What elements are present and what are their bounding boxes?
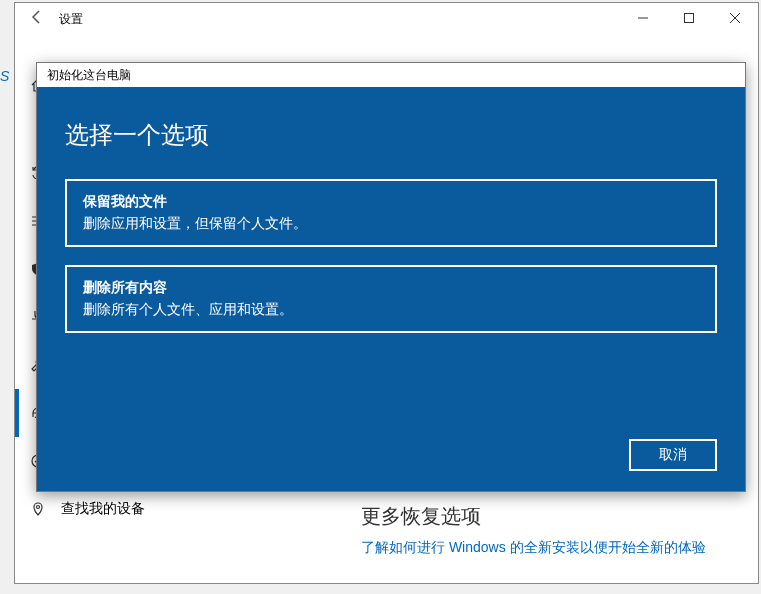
minimize-button[interactable] — [620, 3, 666, 33]
reset-pc-dialog: 初始化这台电脑 选择一个选项 保留我的文件 删除应用和设置，但保留个人文件。 删… — [36, 62, 746, 492]
fresh-install-link[interactable]: 了解如何进行 Windows 的全新安装以便开始全新的体验 — [361, 539, 706, 557]
sidebar-item-find-device[interactable]: 查找我的设备 — [15, 485, 337, 533]
option-desc: 删除应用和设置，但保留个人文件。 — [83, 215, 699, 233]
dialog-heading: 选择一个选项 — [65, 119, 717, 151]
titlebar: 设置 — [15, 3, 758, 35]
more-recovery-heading: 更多恢复选项 — [361, 503, 481, 530]
dialog-title: 初始化这台电脑 — [47, 67, 131, 84]
option-title: 删除所有内容 — [83, 279, 699, 297]
cancel-label: 取消 — [659, 446, 687, 464]
option-keep-files[interactable]: 保留我的文件 删除应用和设置，但保留个人文件。 — [65, 179, 717, 247]
location-icon — [29, 500, 47, 518]
svg-rect-1 — [685, 14, 694, 23]
sidebar-item-label: 查找我的设备 — [61, 500, 145, 518]
option-desc: 删除所有个人文件、应用和设置。 — [83, 301, 699, 319]
window-title: 设置 — [59, 11, 83, 28]
dialog-body: 选择一个选项 保留我的文件 删除应用和设置，但保留个人文件。 删除所有内容 删除… — [37, 87, 745, 491]
option-title: 保留我的文件 — [83, 193, 699, 211]
dialog-titlebar: 初始化这台电脑 — [37, 63, 745, 87]
option-remove-everything[interactable]: 删除所有内容 删除所有个人文件、应用和设置。 — [65, 265, 717, 333]
cancel-button[interactable]: 取消 — [629, 439, 717, 471]
back-button[interactable] — [15, 9, 59, 30]
close-button[interactable] — [712, 3, 758, 33]
svg-point-5 — [37, 506, 40, 509]
maximize-button[interactable] — [666, 3, 712, 33]
window-controls — [620, 3, 758, 33]
background-fragment: S — [0, 68, 14, 84]
